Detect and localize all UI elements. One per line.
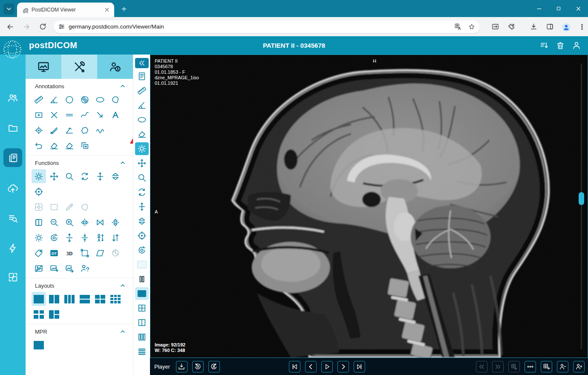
- freehand-roi-icon[interactable]: [108, 92, 123, 107]
- mirror-icon[interactable]: [93, 215, 107, 229]
- rectangle-roi-icon[interactable]: [32, 108, 46, 122]
- swap-stack-icon[interactable]: [108, 231, 123, 245]
- section-annotations-header[interactable]: Annotations: [26, 79, 133, 91]
- tag-icon[interactable]: [32, 246, 46, 260]
- series-single-icon[interactable]: [135, 258, 149, 271]
- previous-image-button[interactable]: [305, 361, 317, 372]
- cross-marker-icon[interactable]: [47, 108, 61, 122]
- reload-button[interactable]: [37, 21, 49, 33]
- resize-icon[interactable]: [135, 200, 149, 213]
- extensions-puzzle-icon[interactable]: [505, 21, 517, 33]
- first-image-button[interactable]: [289, 361, 300, 372]
- flip-horizontal-icon[interactable]: [78, 215, 92, 229]
- chevron-up-icon[interactable]: [119, 83, 126, 89]
- hide-image-icon[interactable]: [32, 261, 46, 275]
- new-tab-button[interactable]: [119, 4, 129, 14]
- sidebar-item-patients[interactable]: [3, 89, 22, 107]
- rotate-ccw-button[interactable]: [192, 361, 204, 372]
- last-image-button[interactable]: [354, 361, 365, 372]
- layout-2x1-icon[interactable]: [78, 292, 92, 306]
- magnify-icon[interactable]: [62, 169, 77, 183]
- localizer-icon[interactable]: [135, 229, 149, 242]
- closed-polygon-icon[interactable]: [78, 123, 92, 137]
- sidebar-item-quick-actions[interactable]: [3, 239, 22, 257]
- spline-icon[interactable]: [93, 123, 107, 137]
- layout-1x1-icon[interactable]: [32, 292, 46, 306]
- probe-icon[interactable]: [47, 123, 61, 137]
- rotate-icon[interactable]: [78, 169, 92, 183]
- pan-icon[interactable]: [47, 169, 61, 183]
- sidebar-item-studies[interactable]: [3, 148, 22, 167]
- shaded-circle-roi-icon[interactable]: [78, 92, 92, 107]
- bookmark-star-icon[interactable]: [468, 23, 476, 31]
- rotate-ccw-settings-icon[interactable]: [32, 231, 46, 245]
- section-layouts-header[interactable]: Layouts: [26, 278, 133, 290]
- ellipse-roi-icon[interactable]: [93, 92, 107, 107]
- add-user-button[interactable]: [573, 361, 585, 372]
- layout-1-plus-2-icon[interactable]: [47, 307, 61, 321]
- grid-columns-icon[interactable]: [135, 331, 149, 343]
- copy-annotations-icon[interactable]: [78, 138, 92, 153]
- window-preset-icon[interactable]: [32, 200, 46, 214]
- pause-icon[interactable]: [135, 273, 149, 286]
- window-minimize-button[interactable]: [533, 3, 545, 14]
- report-icon[interactable]: [135, 70, 149, 83]
- zoom-in-icon[interactable]: [62, 215, 77, 229]
- address-bar[interactable]: germany.postdicom.com/Viewer/Main: [54, 20, 480, 33]
- add-image-icon[interactable]: [47, 261, 61, 275]
- flip-vertical-icon[interactable]: [108, 215, 123, 229]
- invert-icon[interactable]: [32, 215, 46, 229]
- magnify-icon[interactable]: [135, 171, 149, 184]
- window-maximize-button[interactable]: [552, 3, 565, 14]
- oblique-icon[interactable]: [93, 246, 107, 260]
- delete-icon[interactable]: [554, 39, 567, 52]
- length-ruler-icon[interactable]: [135, 84, 149, 97]
- side-panel-icon[interactable]: [544, 21, 556, 33]
- previous-series-button[interactable]: [476, 361, 487, 372]
- sidebar-item-folders[interactable]: [3, 118, 22, 137]
- draw-icon[interactable]: [62, 200, 77, 214]
- text-annotation-icon[interactable]: [108, 108, 123, 122]
- sidebar-item-search-list[interactable]: [3, 209, 22, 228]
- stack-scrollbar-thumb[interactable]: [579, 192, 584, 205]
- localizer-icon[interactable]: [32, 185, 46, 199]
- eraser-icon[interactable]: [135, 128, 149, 141]
- segment-icon[interactable]: [78, 200, 92, 214]
- collapse-panel-icon[interactable]: [135, 58, 149, 68]
- sidebar-item-cloud-upload[interactable]: [3, 179, 22, 198]
- tab-search-button[interactable]: [3, 3, 14, 14]
- sort-series-icon[interactable]: [538, 39, 551, 52]
- chevron-up-icon[interactable]: [119, 282, 126, 289]
- layout-2x2-icon[interactable]: [93, 292, 107, 306]
- grid-1x2-icon[interactable]: [135, 316, 149, 329]
- undo-icon[interactable]: [32, 138, 46, 153]
- crop-icon[interactable]: [47, 200, 61, 214]
- site-settings-icon[interactable]: [58, 23, 65, 30]
- angle-icon[interactable]: [47, 92, 61, 107]
- layout-1x3-icon[interactable]: [62, 292, 77, 306]
- browser-menu-kebab-icon[interactable]: [576, 21, 588, 33]
- angle-icon[interactable]: [135, 99, 149, 112]
- clear-annotations-icon[interactable]: [62, 138, 77, 153]
- rotate-cw-settings-icon[interactable]: [47, 231, 61, 245]
- resize-icon[interactable]: [93, 169, 107, 183]
- eraser-icon[interactable]: [47, 138, 61, 153]
- render-3d-button[interactable]: 3D: [62, 246, 77, 260]
- circle-roi-icon[interactable]: [62, 92, 77, 107]
- layout-1x2-icon[interactable]: [47, 292, 61, 306]
- chevron-up-icon[interactable]: [119, 159, 126, 166]
- arrow-annotation-icon[interactable]: [93, 108, 107, 122]
- window-close-button[interactable]: [572, 3, 585, 14]
- export-button[interactable]: [176, 361, 187, 372]
- collapse-vertical-icon[interactable]: [78, 231, 92, 245]
- window-level-icon[interactable]: [32, 169, 46, 183]
- tab-close-icon[interactable]: [104, 7, 110, 13]
- cobb-angle-icon[interactable]: [62, 123, 77, 137]
- section-mpr-header[interactable]: MPR: [26, 324, 133, 336]
- tab-patient-info[interactable]: [97, 55, 133, 79]
- remove-user-button[interactable]: [557, 361, 568, 372]
- grid-2x2-icon[interactable]: [135, 302, 149, 314]
- export-image-icon[interactable]: [62, 261, 77, 275]
- export-grid-button[interactable]: [508, 361, 520, 372]
- stack-scrollbar-track[interactable]: [581, 63, 582, 349]
